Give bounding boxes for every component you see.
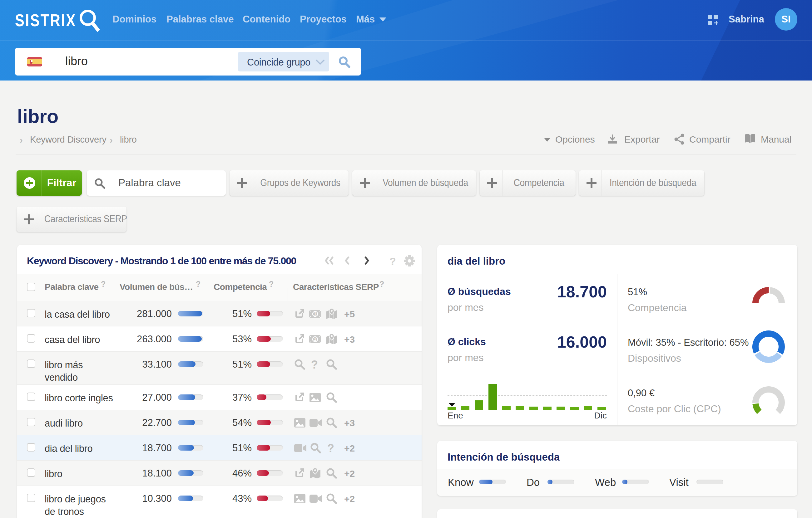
svg-text:1: 1: [314, 311, 316, 316]
svg-text:1: 1: [314, 337, 316, 342]
